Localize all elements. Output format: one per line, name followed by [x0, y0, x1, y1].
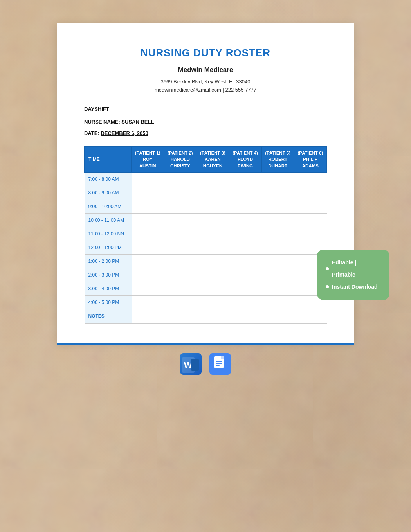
- date-line: DATE: DECEMBER 6, 2050: [84, 129, 327, 138]
- schedule-data-cell: [261, 200, 294, 213]
- time-cell: 11:00 - 12:00 NN: [85, 227, 132, 241]
- schedule-data-cell: [132, 241, 164, 254]
- company-name: Medwin Medicare: [84, 66, 327, 74]
- notes-data-cell: [261, 309, 294, 323]
- notes-data-cell: [229, 309, 261, 323]
- table-row: 1:00 - 2:00 PM: [85, 254, 327, 268]
- schedule-data-cell: [261, 268, 294, 282]
- schedule-data-cell: [196, 282, 229, 295]
- schedule-data-cell: [229, 186, 261, 200]
- schedule-data-cell: [132, 200, 164, 213]
- col-header-p1: (PATIENT 1)ROYAUSTIN: [132, 147, 164, 172]
- schedule-data-cell: [294, 172, 326, 186]
- time-cell: 3:00 - 4:00 PM: [85, 282, 132, 295]
- table-header-row: TIME (PATIENT 1)ROYAUSTIN (PATIENT 2)HAR…: [85, 147, 327, 172]
- schedule-table-wrapper: TIME (PATIENT 1)ROYAUSTIN (PATIENT 2)HAR…: [84, 146, 327, 323]
- schedule-data-cell: [132, 227, 164, 241]
- schedule-data-cell: [261, 213, 294, 227]
- schedule-data-cell: [261, 227, 294, 241]
- schedule-data-cell: [164, 213, 196, 227]
- schedule-data-cell: [164, 241, 196, 254]
- schedule-data-cell: [261, 254, 294, 268]
- docs-icon[interactable]: [209, 353, 231, 375]
- nurse-label: NURSE NAME:: [84, 119, 120, 125]
- schedule-data-cell: [196, 227, 229, 241]
- notes-data-cell: [132, 309, 164, 323]
- time-cell: 9:00 - 10:00 AM: [85, 200, 132, 213]
- schedule-data-cell: [229, 227, 261, 241]
- notes-data-cell: [164, 309, 196, 323]
- feature-badge: Editable | Printable Instant Download: [317, 250, 389, 300]
- badge-download-label: Instant Download: [332, 281, 378, 293]
- time-cell: 4:00 - 5:00 PM: [85, 295, 132, 309]
- schedule-table: TIME (PATIENT 1)ROYAUSTIN (PATIENT 2)HAR…: [84, 146, 327, 323]
- schedule-data-cell: [196, 241, 229, 254]
- schedule-data-cell: [196, 268, 229, 282]
- badge-item-1: Editable | Printable: [326, 257, 381, 281]
- schedule-data-cell: [196, 213, 229, 227]
- svg-rect-7: [221, 356, 224, 359]
- schedule-data-cell: [164, 186, 196, 200]
- svg-text:W: W: [184, 360, 192, 370]
- document-title: NURSING DUTY ROSTER: [84, 47, 327, 59]
- schedule-data-cell: [294, 213, 326, 227]
- schedule-data-cell: [261, 282, 294, 295]
- schedule-data-cell: [229, 254, 261, 268]
- schedule-data-cell: [196, 200, 229, 213]
- schedule-data-cell: [164, 268, 196, 282]
- time-cell: 1:00 - 2:00 PM: [85, 254, 132, 268]
- schedule-data-cell: [196, 254, 229, 268]
- schedule-data-cell: [132, 268, 164, 282]
- schedule-data-cell: [132, 282, 164, 295]
- table-row: 7:00 - 8:00 AM: [85, 172, 327, 186]
- schedule-data-cell: [294, 200, 326, 213]
- shift-label: DAYSHIFT: [84, 106, 327, 112]
- schedule-data-cell: [261, 186, 294, 200]
- schedule-data-cell: [164, 254, 196, 268]
- nurse-name-line: NURSE NAME: SUSAN BELL: [84, 117, 327, 126]
- address-line2: medwinmedicare@zmail.com | 222 555 7777: [84, 86, 327, 94]
- schedule-data-cell: [132, 186, 164, 200]
- schedule-data-cell: [164, 227, 196, 241]
- date-value: DECEMBER 6, 2050: [101, 130, 148, 136]
- col-header-p2: (PATIENT 2)HAROLDCHRISTY: [164, 147, 196, 172]
- table-row: 12:00 - 1:00 PM: [85, 241, 327, 254]
- col-header-time: TIME: [85, 147, 132, 172]
- schedule-data-cell: [229, 172, 261, 186]
- schedule-data-cell: [196, 172, 229, 186]
- svg-rect-8: [216, 361, 222, 362]
- table-row: 3:00 - 4:00 PM: [85, 282, 327, 295]
- bullet-dot-1: [326, 267, 329, 270]
- table-row: 8:00 - 9:00 AM: [85, 186, 327, 200]
- schedule-data-cell: [164, 282, 196, 295]
- schedule-data-cell: [132, 213, 164, 227]
- schedule-data-cell: [196, 186, 229, 200]
- badge-item-2: Instant Download: [326, 281, 381, 293]
- table-row: 11:00 - 12:00 NN: [85, 227, 327, 241]
- schedule-data-cell: [261, 241, 294, 254]
- schedule-data-cell: [196, 295, 229, 309]
- notes-data-cell: [196, 309, 229, 323]
- schedule-data-cell: [164, 295, 196, 309]
- notes-data-cell: [294, 309, 326, 323]
- schedule-data-cell: [132, 254, 164, 268]
- col-header-p4: (PATIENT 4)FLOYDEWING: [229, 147, 261, 172]
- col-header-p6: (PATIENT 6)PHILIPADAMS: [294, 147, 326, 172]
- address-line1: 3669 Berkley Blvd, Key West, FL 33040: [84, 78, 327, 86]
- table-row: 9:00 - 10:00 AM: [85, 200, 327, 213]
- time-cell: 7:00 - 8:00 AM: [85, 172, 132, 186]
- word-icon[interactable]: W: [180, 353, 202, 375]
- schedule-data-cell: [229, 282, 261, 295]
- document: NURSING DUTY ROSTER Medwin Medicare 3669…: [57, 23, 354, 343]
- table-row: 2:00 - 3:00 PM: [85, 268, 327, 282]
- table-row: 10:00 - 11:00 AM: [85, 213, 327, 227]
- bottom-bar: [57, 343, 354, 345]
- schedule-data-cell: [164, 200, 196, 213]
- schedule-data-cell: [229, 200, 261, 213]
- col-header-p5: (PATIENT 5)ROBERTDUHART: [261, 147, 294, 172]
- time-cell: 10:00 - 11:00 AM: [85, 213, 132, 227]
- time-cell: 12:00 - 1:00 PM: [85, 241, 132, 254]
- schedule-data-cell: [164, 172, 196, 186]
- bullet-dot-2: [326, 285, 329, 288]
- schedule-data-cell: [294, 186, 326, 200]
